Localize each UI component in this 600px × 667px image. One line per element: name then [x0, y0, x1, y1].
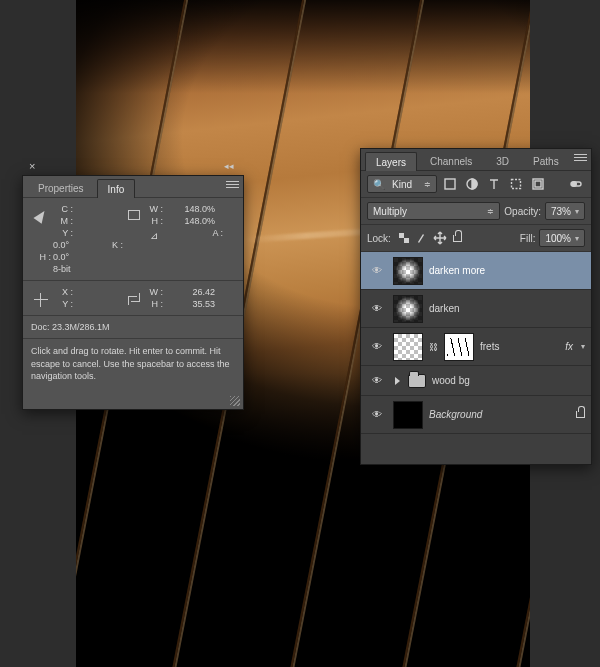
info-pos-sel-row: X : W : 26.42 Y : H : 35.53	[23, 281, 243, 315]
info-color-size-row: C : W : 148.0% M : H : 148.0% Y : ⊿ A : …	[23, 198, 243, 280]
layer-list: 👁 darken more 👁 darken 👁 ⛓ frets fx ▾ 👁 …	[361, 252, 591, 464]
layer-row[interactable]: 👁 ⛓ frets fx ▾	[361, 328, 591, 366]
label-a: A :	[165, 228, 225, 238]
info-panel: × ◂◂ Properties Info C : W : 148.0% M : …	[22, 175, 244, 410]
tab-properties[interactable]: Properties	[27, 178, 95, 197]
label-h: H :	[143, 216, 165, 226]
layer-thumbnail[interactable]	[393, 295, 423, 323]
value-sel-h: 35.53	[165, 299, 225, 309]
tab-info[interactable]: Info	[97, 179, 136, 198]
layer-name[interactable]: frets	[480, 341, 499, 352]
tab-paths[interactable]: Paths	[522, 151, 570, 170]
layer-mask-thumbnail[interactable]	[444, 333, 474, 361]
layer-name[interactable]: wood bg	[432, 375, 470, 386]
layer-name[interactable]: darken	[429, 303, 460, 314]
close-icon[interactable]: ×	[29, 161, 40, 172]
value-h2: 0.0°	[53, 252, 75, 262]
value-w: 148.0%	[165, 204, 225, 214]
expand-icon[interactable]	[395, 377, 400, 385]
blend-mode-select[interactable]: Multiply≑	[367, 202, 500, 220]
panel-menu-icon[interactable]	[574, 154, 587, 165]
svg-rect-2	[512, 180, 521, 189]
value-h: 148.0%	[165, 216, 225, 226]
folder-icon	[408, 374, 426, 388]
tab-channels[interactable]: Channels	[419, 151, 483, 170]
eyedropper-icon	[29, 204, 53, 222]
visibility-icon[interactable]: 👁	[367, 265, 387, 276]
label-k: K :	[75, 240, 125, 250]
layer-name[interactable]: Background	[429, 409, 482, 420]
svg-rect-7	[399, 233, 404, 238]
lock-transparent-icon[interactable]	[395, 230, 413, 247]
chevron-down-icon[interactable]: ▾	[581, 342, 585, 351]
doc-size: Doc: 23.3M/286.1M	[23, 316, 243, 338]
tab-layers[interactable]: Layers	[365, 152, 417, 171]
visibility-icon[interactable]: 👁	[367, 341, 387, 352]
svg-point-6	[572, 182, 577, 187]
filter-toggle[interactable]	[567, 176, 585, 193]
label-sel-w: W :	[143, 287, 165, 297]
label-m: M :	[53, 216, 75, 226]
layer-name[interactable]: darken more	[429, 265, 485, 276]
filter-shape-icon[interactable]	[507, 176, 525, 193]
label-w: W :	[143, 204, 165, 214]
opacity-label[interactable]: Opacity:	[504, 206, 541, 217]
lock-position-icon[interactable]	[431, 230, 449, 247]
lock-icon	[576, 411, 585, 418]
filter-kind-label: Kind	[392, 179, 412, 190]
crop-icon	[125, 287, 143, 305]
collapse-icon[interactable]: ◂◂	[224, 161, 235, 172]
hint-text: Click and drag to rotate. Hit enter to c…	[23, 339, 243, 409]
visibility-icon[interactable]: 👁	[367, 303, 387, 314]
lock-label: Lock:	[367, 233, 391, 244]
opacity-value[interactable]: 73%▾	[545, 202, 585, 220]
label-y2: Y :	[53, 299, 75, 309]
fill-value[interactable]: 100%▾	[539, 229, 585, 247]
layers-panel: Layers Channels 3D Paths 🔍Kind≑ Multiply…	[360, 148, 592, 465]
label-sel-h: H :	[143, 299, 165, 309]
layer-filter-row: 🔍Kind≑	[361, 171, 591, 198]
label-x: X :	[53, 287, 75, 297]
visibility-icon[interactable]: 👁	[367, 375, 387, 386]
layers-panel-tabs: Layers Channels 3D Paths	[361, 149, 591, 171]
dimensions-icon	[125, 204, 143, 220]
svg-rect-8	[404, 238, 409, 243]
filter-adjust-icon[interactable]	[463, 176, 481, 193]
filter-kind-select[interactable]: 🔍Kind≑	[367, 175, 437, 193]
resize-grip[interactable]	[230, 396, 240, 406]
value-a: 0.0°	[53, 240, 75, 250]
label-y: Y :	[53, 228, 75, 238]
layer-thumbnail[interactable]	[393, 333, 423, 361]
lock-fill-row: Lock: Fill: 100%▾	[361, 225, 591, 252]
panel-menu-icon[interactable]	[226, 181, 239, 192]
angle-icon: ⊿	[143, 228, 165, 241]
layer-row[interactable]: 👁 darken more	[361, 252, 591, 290]
visibility-icon[interactable]: 👁	[367, 409, 387, 420]
lock-pixels-icon[interactable]	[413, 230, 431, 247]
info-panel-tabs: Properties Info	[23, 176, 243, 198]
svg-rect-4	[535, 181, 541, 187]
fx-indicator[interactable]: fx	[565, 341, 573, 352]
svg-rect-0	[445, 179, 455, 189]
filter-pixel-icon[interactable]	[441, 176, 459, 193]
layer-row[interactable]: 👁 darken	[361, 290, 591, 328]
layer-row[interactable]: 👁 Background	[361, 396, 591, 434]
tab-3d[interactable]: 3D	[485, 151, 520, 170]
layer-thumbnail[interactable]	[393, 257, 423, 285]
value-mode: 8-bit	[53, 264, 125, 274]
mask-link-icon[interactable]: ⛓	[429, 342, 438, 352]
label-h2: H :	[29, 252, 53, 262]
layer-thumbnail[interactable]	[393, 401, 423, 429]
label-c: C :	[53, 204, 75, 214]
filter-smart-icon[interactable]	[529, 176, 547, 193]
value-sel-w: 26.42	[165, 287, 225, 297]
layer-row[interactable]: 👁 wood bg	[361, 366, 591, 396]
lock-all-icon[interactable]	[449, 230, 467, 247]
fill-label[interactable]: Fill:	[520, 233, 536, 244]
blend-mode-value: Multiply	[373, 206, 407, 217]
filter-type-icon[interactable]	[485, 176, 503, 193]
crosshair-icon	[29, 287, 53, 307]
blend-opacity-row: Multiply≑ Opacity: 73%▾	[361, 198, 591, 225]
